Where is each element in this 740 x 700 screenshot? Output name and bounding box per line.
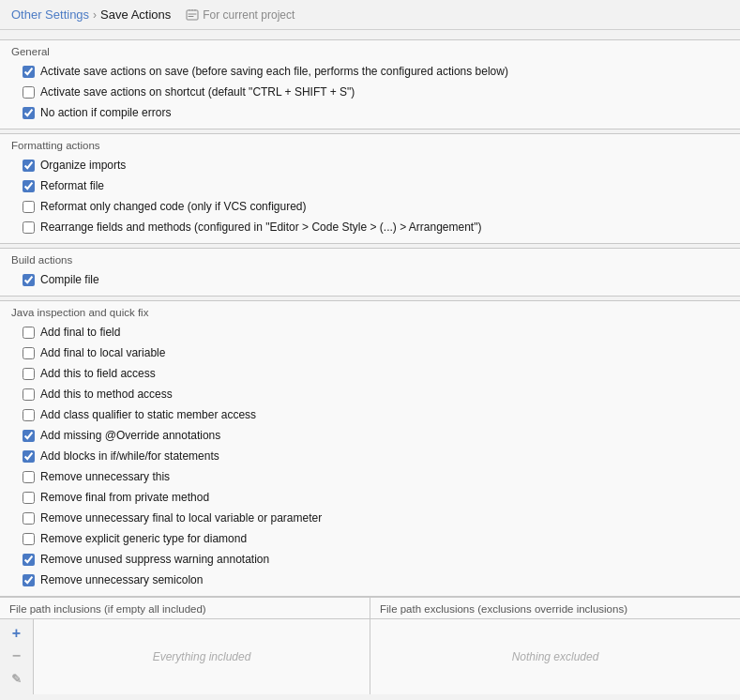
- remove-inclusion-button[interactable]: −: [6, 646, 28, 666]
- add-final-field-checkbox[interactable]: [23, 327, 35, 339]
- reformat-file-label[interactable]: Reformat file: [40, 177, 104, 194]
- list-item: Reformat file: [0, 175, 740, 196]
- list-item: Add blocks in if/while/for statements: [0, 446, 740, 466]
- list-item: Remove unnecessary final to local variab…: [0, 508, 740, 528]
- svg-rect-0: [187, 10, 198, 20]
- compile-file-checkbox[interactable]: [23, 274, 35, 286]
- java-section-title: Java inspection and quick fix: [0, 305, 740, 322]
- list-item: Remove unnecessary semicolon: [0, 570, 740, 590]
- general-section-title: General: [0, 44, 740, 61]
- inclusions-inner: + − ✎ Everything included: [0, 619, 370, 694]
- edit-inclusion-button[interactable]: ✎: [6, 668, 28, 689]
- rearrange-fields-checkbox[interactable]: [23, 221, 35, 234]
- list-item: No action if compile errors: [0, 102, 740, 123]
- list-item: Activate save actions on shortcut (defau…: [0, 82, 740, 102]
- java-section: Java inspection and quick fix Add final …: [0, 300, 740, 597]
- remove-unnecessary-this-label[interactable]: Remove unnecessary this: [40, 468, 170, 485]
- list-item: Reformat only changed code (only if VCS …: [0, 196, 740, 217]
- inclusions-placeholder: Everything included: [153, 650, 251, 663]
- remove-unnecessary-semicolon-label[interactable]: Remove unnecessary semicolon: [40, 571, 203, 588]
- add-missing-override-checkbox[interactable]: [23, 430, 35, 442]
- compile-file-label[interactable]: Compile file: [40, 271, 99, 288]
- exclusions-panel: File path exclusions (exclusions overrid…: [370, 598, 740, 694]
- remove-unnecessary-semicolon-checkbox[interactable]: [23, 574, 35, 586]
- project-note: For current project: [186, 8, 294, 22]
- remove-final-private-label[interactable]: Remove final from private method: [40, 489, 209, 506]
- remove-explicit-generic-label[interactable]: Remove explicit generic type for diamond: [40, 530, 247, 547]
- list-item: Rearrange fields and methods (configured…: [0, 217, 740, 237]
- organize-imports-checkbox[interactable]: [23, 160, 35, 172]
- remove-unused-suppress-checkbox[interactable]: [23, 554, 35, 566]
- add-this-method-label[interactable]: Add this to method access: [40, 386, 173, 403]
- list-item: Add final to local variable: [0, 342, 740, 363]
- formatting-section: Formatting actions Organize imports Refo…: [0, 133, 740, 244]
- list-item: Add missing @Override annotations: [0, 425, 740, 446]
- exclusions-list: Nothing excluded: [370, 619, 740, 694]
- file-path-section: File path inclusions (if empty all inclu…: [0, 597, 740, 694]
- inclusions-panel: File path inclusions (if empty all inclu…: [0, 598, 370, 694]
- remove-unnecessary-final-label[interactable]: Remove unnecessary final to local variab…: [40, 510, 322, 526]
- add-missing-override-label[interactable]: Add missing @Override annotations: [40, 427, 220, 444]
- remove-unnecessary-this-checkbox[interactable]: [23, 471, 35, 483]
- settings-content: General Activate save actions on save (b…: [0, 30, 740, 700]
- build-section: Build actions Compile file: [0, 248, 740, 297]
- add-class-qualifier-checkbox[interactable]: [23, 409, 35, 421]
- list-item: Add class qualifier to static member acc…: [0, 404, 740, 425]
- remove-unused-suppress-label[interactable]: Remove unused suppress warning annotatio…: [40, 551, 269, 568]
- add-final-local-label[interactable]: Add final to local variable: [40, 344, 165, 361]
- list-item: Add this to method access: [0, 384, 740, 404]
- remove-explicit-generic-checkbox[interactable]: [23, 533, 35, 545]
- inclusions-header: File path inclusions (if empty all inclu…: [0, 598, 370, 619]
- list-item: Add this to field access: [0, 363, 740, 384]
- other-settings-link[interactable]: Other Settings: [11, 8, 89, 22]
- list-item: Remove unused suppress warning annotatio…: [0, 549, 740, 570]
- formatting-section-title: Formatting actions: [0, 138, 740, 155]
- remove-final-private-checkbox[interactable]: [23, 492, 35, 504]
- organize-imports-label[interactable]: Organize imports: [40, 157, 126, 174]
- activate-save-checkbox[interactable]: [23, 66, 35, 78]
- add-final-local-checkbox[interactable]: [23, 347, 35, 359]
- reformat-changed-label[interactable]: Reformat only changed code (only if VCS …: [40, 198, 306, 215]
- add-this-field-checkbox[interactable]: [23, 368, 35, 380]
- build-section-title: Build actions: [0, 252, 740, 269]
- no-action-compile-label[interactable]: No action if compile errors: [40, 104, 171, 121]
- activate-shortcut-label[interactable]: Activate save actions on shortcut (defau…: [40, 84, 355, 100]
- add-blocks-label[interactable]: Add blocks in if/while/for statements: [40, 448, 219, 464]
- inclusions-list: Everything included: [34, 619, 370, 694]
- save-actions-title: Save Actions: [100, 8, 171, 22]
- inclusions-toolbar: + − ✎: [0, 619, 34, 694]
- rearrange-fields-label[interactable]: Rearrange fields and methods (configured…: [40, 219, 481, 236]
- list-item: Activate save actions on save (before sa…: [0, 61, 740, 82]
- exclusions-header: File path exclusions (exclusions overrid…: [370, 598, 740, 619]
- add-inclusion-button[interactable]: +: [6, 623, 28, 644]
- list-item: Add final to field: [0, 322, 740, 342]
- reformat-file-checkbox[interactable]: [23, 180, 35, 192]
- exclusions-placeholder: Nothing excluded: [512, 650, 599, 663]
- reformat-changed-checkbox[interactable]: [23, 201, 35, 213]
- list-item: Remove explicit generic type for diamond: [0, 528, 740, 549]
- add-class-qualifier-label[interactable]: Add class qualifier to static member acc…: [40, 406, 256, 423]
- breadcrumb: Other Settings › Save Actions For curren…: [0, 0, 740, 30]
- no-action-compile-checkbox[interactable]: [23, 107, 35, 119]
- project-icon: [186, 8, 199, 22]
- list-item: Compile file: [0, 269, 740, 290]
- list-item: Remove unnecessary this: [0, 466, 740, 487]
- remove-unnecessary-final-checkbox[interactable]: [23, 512, 35, 525]
- activate-shortcut-checkbox[interactable]: [23, 86, 35, 99]
- add-this-field-label[interactable]: Add this to field access: [40, 365, 156, 382]
- add-final-field-label[interactable]: Add final to field: [40, 324, 120, 341]
- add-blocks-checkbox[interactable]: [23, 450, 35, 463]
- list-item: Organize imports: [0, 155, 740, 175]
- exclusions-inner: Nothing excluded: [370, 619, 740, 694]
- breadcrumb-chevron: ›: [93, 8, 97, 22]
- general-section: General Activate save actions on save (b…: [0, 39, 740, 129]
- activate-save-label[interactable]: Activate save actions on save (before sa…: [40, 63, 508, 80]
- list-item: Remove final from private method: [0, 487, 740, 508]
- add-this-method-checkbox[interactable]: [23, 388, 35, 401]
